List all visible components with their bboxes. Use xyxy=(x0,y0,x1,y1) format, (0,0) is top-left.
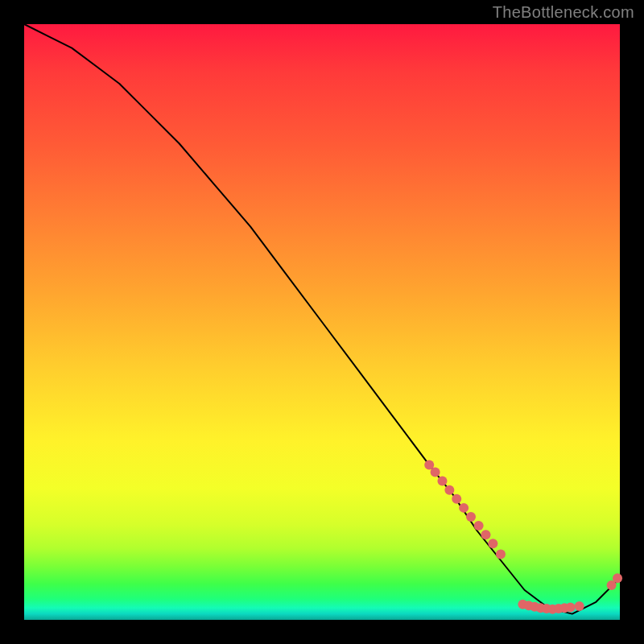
marker-cluster-lower xyxy=(566,602,576,612)
marker-cluster-upper xyxy=(466,512,476,522)
marker-layer xyxy=(424,460,622,614)
marker-cluster-upper xyxy=(444,485,454,495)
watermark-text: TheBottleneck.com xyxy=(493,3,634,22)
marker-cluster-upper xyxy=(474,521,484,530)
chart-stage: TheBottleneck.com xyxy=(0,0,644,644)
marker-cluster-upper xyxy=(431,467,440,477)
marker-cluster-tail xyxy=(613,573,622,583)
chart-svg xyxy=(24,24,620,620)
series-curve xyxy=(24,24,620,614)
marker-cluster-upper xyxy=(488,539,497,548)
marker-cluster-upper xyxy=(459,503,469,513)
marker-cluster-upper xyxy=(452,494,461,504)
marker-cluster-upper xyxy=(496,550,506,559)
marker-cluster-upper xyxy=(437,477,447,486)
marker-cluster-upper xyxy=(481,530,491,539)
curve-layer xyxy=(24,24,620,614)
marker-cluster-lower xyxy=(575,601,584,611)
chart-plot-area xyxy=(24,24,620,620)
